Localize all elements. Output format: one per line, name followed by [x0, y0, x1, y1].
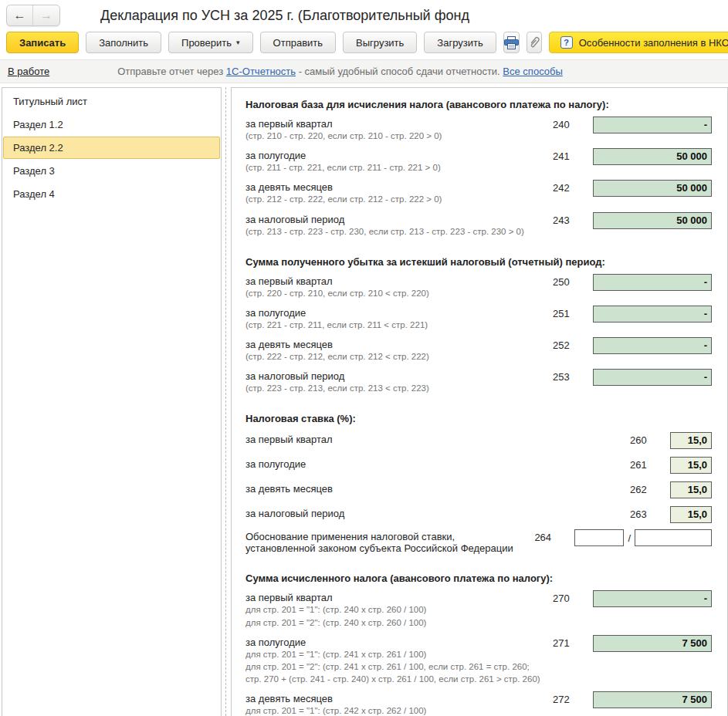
- form-row-263: за налоговый период26315,0: [245, 506, 727, 523]
- input-field-262[interactable]: 15,0: [670, 481, 712, 498]
- sidebar-item-раздел-3[interactable]: Раздел 3: [3, 160, 220, 182]
- row-label: за первый квартал: [245, 118, 553, 130]
- row-formula: для стр. 201 = "1": (стр. 242 x стр. 262…: [245, 705, 553, 716]
- status-text-before: Отправьте отчет через: [117, 66, 226, 77]
- input-field-264-1[interactable]: [574, 529, 624, 546]
- row-formula: стр. 270 + (стр. 241 - стр. 240) x стр. …: [245, 674, 553, 685]
- app-window: ← → Декларация по УСН за 2025 г. (Благот…: [0, 0, 728, 716]
- row-code: 243: [553, 212, 581, 226]
- row-formula: для стр. 201 = "1": (стр. 241 x стр. 261…: [245, 649, 553, 660]
- header: ← → Декларация по УСН за 2025 г. (Благот…: [0, 0, 728, 28]
- row-code: 241: [553, 148, 581, 162]
- form-row-250: за первый квартал(стр. 220 - стр. 210, е…: [245, 274, 727, 299]
- input-field-271[interactable]: 7 500: [593, 635, 712, 652]
- input-field-250[interactable]: -: [593, 274, 712, 291]
- field-group-272: 7 500: [593, 691, 712, 708]
- row-formula: для стр. 201 = "1": (стр. 240 x стр. 260…: [245, 604, 553, 616]
- section-sidebar: Титульный листРаздел 1.2Раздел 2.2Раздел…: [2, 87, 222, 716]
- printer-icon: [504, 36, 519, 49]
- field-group-264: /: [574, 529, 712, 546]
- input-field-240[interactable]: -: [593, 117, 712, 133]
- row-formula: (стр. 211 - стр. 221, если стр. 211 - ст…: [245, 162, 553, 174]
- field-group-240: -: [593, 117, 712, 133]
- row-code: 240: [553, 117, 581, 130]
- 1c-reporting-link[interactable]: 1С-Отчетность: [226, 66, 296, 77]
- import-button[interactable]: Загрузить: [424, 32, 496, 53]
- row-formula: (стр. 222 - стр. 212, если стр. 212 < ст…: [245, 351, 553, 363]
- input-field-264-2[interactable]: [635, 529, 712, 546]
- form-section: Сумма исчисленного налога (авансового пл…: [245, 572, 727, 716]
- row-text: за девять месяцев(стр. 222 - стр. 212, е…: [245, 337, 553, 363]
- input-field-243[interactable]: 50 000: [593, 212, 712, 229]
- row-formula: для стр. 201 = "2": (стр. 240 x стр. 260…: [245, 617, 553, 629]
- nko-help-button[interactable]: ? Особенности заполнения в НКО: [549, 32, 728, 53]
- page-title: Декларация по УСН за 2025 г. (Благотвори…: [100, 8, 469, 24]
- input-field-263[interactable]: 15,0: [670, 506, 712, 523]
- field-group-251: -: [593, 306, 712, 323]
- row-code: 260: [630, 432, 658, 446]
- status-state-link[interactable]: В работе: [8, 66, 49, 77]
- row-text: за полугодие(стр. 211 - стр. 221, если с…: [245, 148, 553, 174]
- input-field-251[interactable]: -: [593, 306, 712, 323]
- row-code: 264: [534, 529, 562, 543]
- row-label: за первый квартал: [245, 275, 553, 287]
- input-field-253[interactable]: -: [593, 369, 712, 386]
- history-nav: ← →: [6, 5, 60, 26]
- row-text: за первый кварталдля стр. 201 = "1": (ст…: [245, 590, 553, 628]
- sidebar-item-раздел-4[interactable]: Раздел 4: [3, 183, 220, 205]
- status-bar: В работе Отправьте отчет через 1С-Отчетн…: [0, 59, 728, 83]
- attachments-button[interactable]: [527, 32, 542, 53]
- sidebar-splitter[interactable]: [222, 87, 231, 716]
- form-panel: Налоговая база для исчисления налога (ав…: [231, 87, 728, 716]
- export-button[interactable]: Выгрузить: [343, 32, 417, 53]
- row-label: за полугодие: [245, 307, 553, 319]
- form-section: Налоговая база для исчисления налога (ав…: [245, 99, 727, 238]
- row-label: Обоснование применения налоговой ставки,: [245, 531, 534, 542]
- row-code: 252: [553, 337, 581, 351]
- sidebar-item-раздел-1.2[interactable]: Раздел 1.2: [3, 113, 220, 136]
- save-button[interactable]: Записать: [6, 32, 79, 53]
- form-row-270: за первый кварталдля стр. 201 = "1": (ст…: [245, 590, 727, 628]
- row-label: за девять месяцев: [245, 339, 553, 350]
- input-field-270[interactable]: -: [593, 590, 712, 607]
- input-field-241[interactable]: 50 000: [593, 148, 712, 165]
- all-methods-link[interactable]: Все способы: [503, 66, 562, 77]
- row-code: 242: [553, 180, 581, 194]
- print-button[interactable]: [503, 32, 520, 53]
- row-text: за первый квартал(стр. 220 - стр. 210, е…: [245, 274, 553, 299]
- row-code: 261: [630, 457, 658, 471]
- field-group-241: 50 000: [593, 148, 712, 165]
- field-group-243: 50 000: [593, 212, 712, 229]
- forward-button[interactable]: →: [33, 5, 59, 25]
- check-button[interactable]: Проверить ▾: [168, 32, 253, 53]
- slash-separator: /: [628, 532, 631, 544]
- field-group-271: 7 500: [593, 635, 712, 652]
- input-field-272[interactable]: 7 500: [593, 691, 712, 708]
- row-formula: для стр. 201 = "2": (стр. 241 x стр. 261…: [245, 661, 553, 673]
- chevron-down-icon: ▾: [236, 39, 240, 46]
- field-group-253: -: [593, 369, 712, 386]
- form-row-264: Обоснование применения налоговой ставки,…: [245, 529, 727, 554]
- nko-help-label: Особенности заполнения в НКО: [579, 37, 728, 49]
- fill-button[interactable]: Заполнить: [86, 32, 161, 53]
- back-button[interactable]: ←: [7, 5, 33, 25]
- form-row-262: за девять месяцев26215,0: [245, 481, 727, 498]
- input-field-261[interactable]: 15,0: [670, 457, 712, 474]
- input-field-260[interactable]: 15,0: [670, 432, 712, 449]
- row-label: за девять месяцев: [245, 693, 553, 704]
- sidebar-item-раздел-2.2[interactable]: Раздел 2.2: [3, 137, 220, 159]
- field-group-270: -: [593, 590, 712, 607]
- form-section: Сумма полученного убытка за истекший нал…: [245, 256, 727, 395]
- back-arrow-icon: ←: [14, 8, 26, 22]
- input-field-242[interactable]: 50 000: [593, 180, 712, 197]
- sidebar-item-титульный-лист[interactable]: Титульный лист: [3, 90, 220, 113]
- input-field-252[interactable]: -: [593, 337, 712, 354]
- row-formula: (стр. 212 - стр. 222, если стр. 212 - ст…: [245, 194, 553, 205]
- field-group-242: 50 000: [593, 180, 712, 197]
- form-row-252: за девять месяцев(стр. 222 - стр. 212, е…: [245, 337, 727, 363]
- row-code: 270: [553, 590, 581, 604]
- form-row-272: за девять месяцевдля стр. 201 = "1": (ст…: [245, 691, 727, 716]
- send-button[interactable]: Отправить: [260, 32, 336, 53]
- row-label: за налоговый период: [245, 214, 553, 225]
- row-text: за полугодие(стр. 221 - стр. 211, если с…: [245, 306, 553, 331]
